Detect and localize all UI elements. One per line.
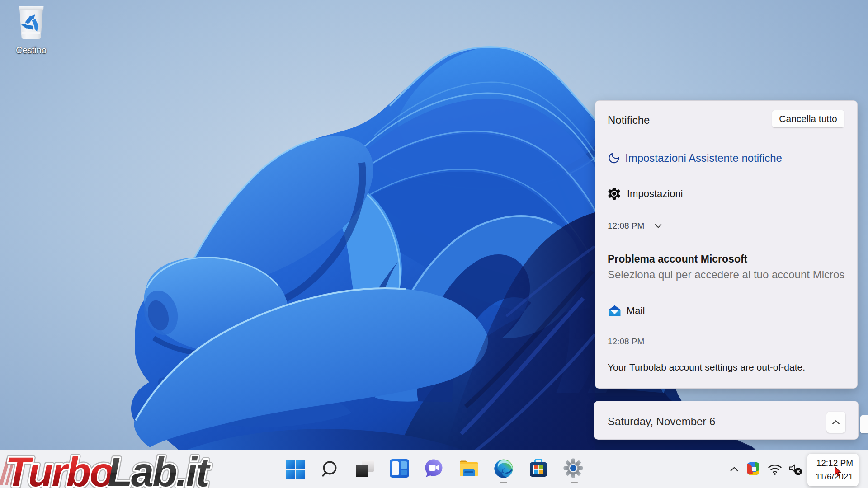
- svg-text:Lab.it: Lab.it: [108, 450, 211, 488]
- svg-text:Turbo: Turbo: [5, 450, 113, 488]
